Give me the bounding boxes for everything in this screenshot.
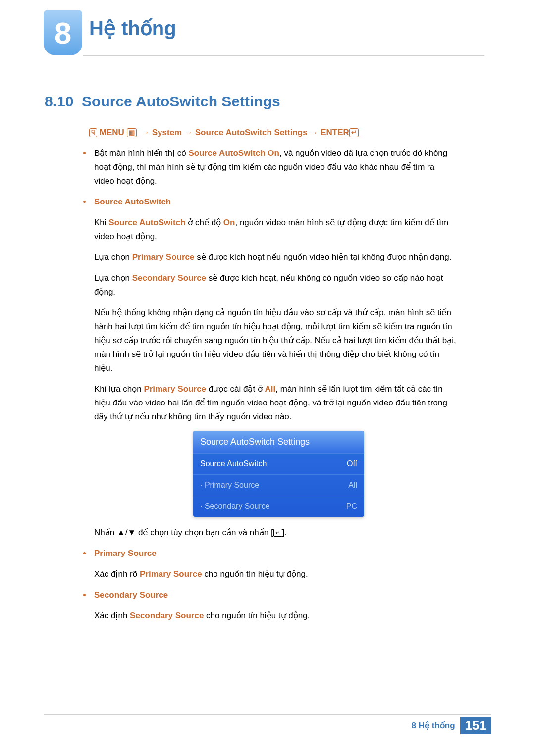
chapter-number: 8 [54, 15, 71, 50]
sa-p3: Lựa chọn Secondary Source sẽ được kích h… [94, 271, 457, 299]
settings-panel: Source AutoSwitch Settings Source AutoSw… [193, 431, 364, 517]
sa-p5a: Khi lựa chọn [94, 384, 144, 394]
sa-p3b: Secondary Source [132, 273, 206, 283]
panel-title: Source AutoSwitch Settings [193, 431, 364, 453]
sa-p1b: Source AutoSwitch [108, 218, 185, 227]
instr-mid: để chọn tùy chọn bạn cần và nhấn [ [136, 528, 273, 537]
sa-p1a: Khi [94, 218, 108, 227]
secondary-pb: Secondary Source [130, 611, 204, 620]
panel-row-0-label: Source AutoSwitch [200, 457, 267, 471]
arrow-icon: → [310, 128, 318, 137]
secondary-p: Xác định Secondary Source cho nguồn tín … [94, 609, 457, 623]
menu-icon: ▥ [127, 128, 137, 137]
footer-chapter: 8 Hệ thống [412, 720, 455, 731]
header-rule [83, 55, 484, 56]
primary-source-body: Xác định rõ Primary Source cho nguồn tín… [80, 567, 457, 581]
nav-system: System [152, 128, 182, 137]
body-content: Bật màn hình hiển thị có Source AutoSwit… [80, 147, 457, 630]
sa-p1d: On [223, 218, 235, 227]
primary-pc: cho nguồn tín hiệu tự động. [202, 569, 308, 579]
secondary-source-heading: Secondary Source [94, 590, 168, 600]
secondary-pa: Xác định [94, 611, 130, 620]
sa-p3a: Lựa chọn [94, 273, 132, 283]
primary-p: Xác định rõ Primary Source cho nguồn tín… [94, 567, 457, 581]
panel-row-2-label: · Secondary Source [200, 500, 270, 513]
nav-sass: Source AutoSwitch Settings [195, 128, 308, 137]
primary-source-heading: Primary Source [94, 549, 157, 558]
sa-p5d: All [265, 384, 276, 394]
arrow-icon: → [141, 128, 150, 137]
panel-row-1-value: All [348, 478, 357, 492]
down-arrow-icon: ▼ [127, 528, 136, 537]
source-autoswitch-heading: Source AutoSwitch [94, 197, 171, 206]
sa-p1c: ở chế độ [186, 218, 223, 227]
instr-suffix: ]. [282, 528, 287, 537]
panel-row-0-value: Off [347, 457, 357, 471]
panel-row-2: · Secondary Source PC [193, 496, 364, 517]
nav-menu-label: MENU [100, 128, 124, 137]
sa-p2c: sẽ được kích hoạt nếu nguồn video hiện t… [194, 252, 451, 262]
section-heading: 8.10 Source AutoSwitch Settings [45, 93, 280, 110]
instruction-line: Nhấn ▲/▼ để chọn tùy chọn bạn cần và nhấ… [94, 526, 457, 540]
sa-p5: Khi lựa chọn Primary Source được cài đặt… [94, 382, 457, 424]
sa-p2: Lựa chọn Primary Source sẽ được kích hoạ… [94, 251, 457, 264]
panel-row-0: Source AutoSwitch Off [193, 453, 364, 474]
secondary-pc: cho nguồn tín hiệu tự động. [204, 611, 310, 620]
enter-icon: ↵ [349, 128, 359, 137]
intro-text-b: Source AutoSwitch On [188, 149, 279, 158]
primary-source-bullet: Primary Source [80, 547, 457, 560]
sa-p2a: Lựa chọn [94, 252, 132, 262]
section-number: 8.10 [45, 93, 73, 109]
instr-prefix: Nhấn [94, 528, 117, 537]
sa-p5b: Primary Source [144, 384, 206, 394]
secondary-source-body: Xác định Secondary Source cho nguồn tín … [80, 609, 457, 623]
chapter-tab: 8 [44, 10, 82, 55]
sa-p2b: Primary Source [132, 252, 195, 262]
chapter-title: Hệ thống [89, 17, 176, 40]
panel-row-2-value: PC [346, 500, 357, 513]
page-number: 151 [460, 717, 491, 734]
enter-icon: ↵ [273, 529, 282, 537]
sa-p5c: được cài đặt ở [206, 384, 265, 394]
menu-path: ☟ MENU ▥ → System → Source AutoSwitch Se… [89, 128, 359, 138]
sa-p4: Nếu hệ thống không nhận dạng cả nguồn tí… [94, 306, 457, 375]
intro-text-a: Bật màn hình hiển thị có [94, 149, 188, 158]
nav-enter-label: ENTER [321, 128, 349, 137]
intro-bullet: Bật màn hình hiển thị có Source AutoSwit… [80, 147, 457, 188]
primary-pa: Xác định rõ [94, 569, 140, 579]
primary-pb: Primary Source [140, 569, 202, 579]
panel-row-1-label: · Primary Source [200, 478, 259, 492]
section-title: Source AutoSwitch Settings [82, 93, 280, 109]
panel-row-1: · Primary Source All [193, 474, 364, 496]
page-footer: 8 Hệ thống 151 [44, 714, 491, 732]
secondary-source-bullet: Secondary Source [80, 588, 457, 602]
sa-p1: Khi Source AutoSwitch ở chế độ On, nguồn… [94, 216, 457, 244]
source-autoswitch-bullet: Source AutoSwitch [80, 195, 457, 209]
arrow-icon: → [184, 128, 193, 137]
source-autoswitch-body: Khi Source AutoSwitch ở chế độ On, nguồn… [80, 216, 457, 540]
up-arrow-icon: ▲ [117, 528, 125, 537]
hand-icon: ☟ [89, 128, 97, 137]
